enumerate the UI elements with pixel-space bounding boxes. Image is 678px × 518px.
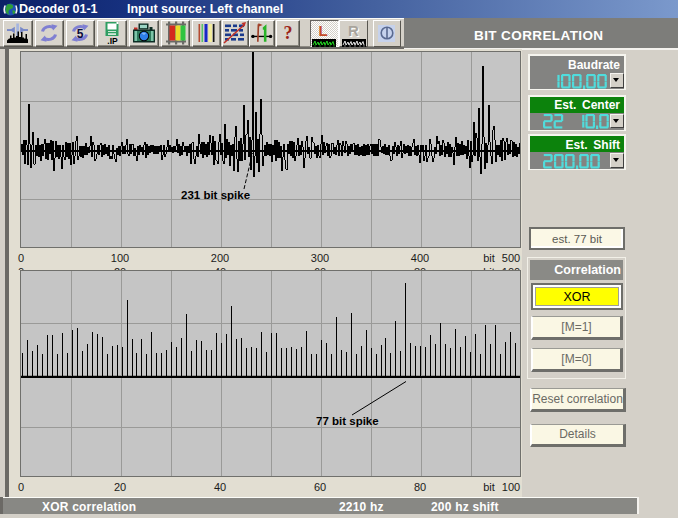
svg-text:77 bit spike: 77 bit spike	[316, 415, 379, 427]
svg-text:5: 5	[77, 27, 84, 41]
svg-text:231 bit spike: 231 bit spike	[181, 189, 250, 201]
svg-text:?: ?	[283, 23, 292, 43]
svg-text:.IP: .IP	[107, 36, 118, 45]
